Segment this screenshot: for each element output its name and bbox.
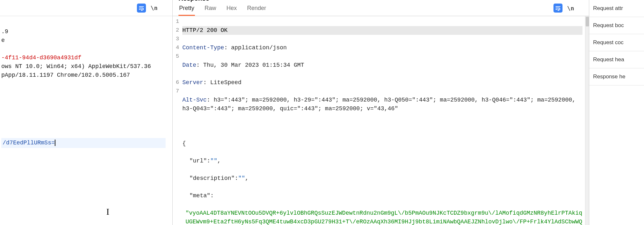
tab-render[interactable]: Render — [246, 2, 267, 16]
menu-icon[interactable] — [162, 5, 168, 11]
wrap-lines-icon[interactable] — [553, 4, 562, 13]
line-gutter: 1234567 — [173, 16, 180, 225]
wrap-lines-icon[interactable] — [137, 4, 146, 13]
inspector-sidebar: Request attr Request boc Request coc Req… — [589, 0, 644, 225]
blank-line — [182, 122, 582, 131]
json-kv: "description":"", — [182, 174, 582, 183]
json-open-brace: { — [182, 139, 582, 148]
request-input-line[interactable]: /d7EedPllURmSs= — [1, 138, 166, 148]
response-toolbar: \n — [553, 4, 585, 16]
text-cursor-icon: I — [106, 205, 109, 219]
sidebar-item-response-headers[interactable]: Response he — [589, 68, 644, 85]
response-tabs: Pretty Raw Hex Render — [177, 2, 267, 16]
json-kv: "url":"", — [182, 157, 582, 165]
show-newlines-icon[interactable]: \n — [150, 5, 158, 11]
user-agent-line: ows NT 10.0; Win64; x64) AppleWebKit/537… — [1, 63, 151, 70]
request-toolbar: \n — [0, 0, 172, 16]
request-uuid: -4f11-94d4-d3690a4931df — [1, 54, 81, 61]
header-line: Server: LiteSpeed — [182, 78, 582, 87]
tab-hex[interactable]: Hex — [226, 2, 237, 16]
json-kv: "meta": — [182, 191, 582, 200]
vertical-scrollbar[interactable] — [585, 16, 589, 225]
request-panel: \n .9 e -4f11-94d4-d3690a4931df ows NT 1… — [0, 0, 173, 225]
request-code-area[interactable]: .9 e -4f11-94d4-d3690a4931df ows NT 10.0… — [0, 16, 172, 225]
menu-icon[interactable] — [579, 5, 585, 11]
scroll-thumb[interactable] — [586, 17, 589, 26]
header-line: Alt-Svc: h3=":443"; ma=2592000, h3-29=":… — [182, 96, 582, 113]
show-newlines-icon[interactable]: \n — [567, 5, 574, 12]
header-line: Content-Type: application/json — [182, 44, 582, 52]
user-agent-line: pApp/18.11.1197 Chrome/102.0.5005.167 — [1, 72, 130, 78]
response-panel: Response Pretty Raw Hex Render — [173, 0, 589, 225]
json-meta-value: "vyoAAL4DT8aYNEVNtOOu5DVQR+6ylvlOBhGRQsS… — [182, 209, 582, 225]
sidebar-item-request-body[interactable]: Request boc — [589, 17, 644, 34]
sidebar-item-request-cookies[interactable]: Request coc — [589, 34, 644, 51]
sidebar-item-request-attributes[interactable]: Request attr — [589, 0, 644, 17]
header-line: Date: Thu, 30 Mar 2023 01:15:34 GMT — [182, 61, 582, 70]
request-line: .9 — [1, 28, 8, 35]
response-code-area[interactable]: HTTP/2 200 OK Content-Type: application/… — [180, 16, 585, 225]
tab-pretty[interactable]: Pretty — [178, 2, 195, 16]
response-title: Response — [177, 0, 267, 2]
sidebar-item-request-headers[interactable]: Request hea — [589, 51, 644, 68]
request-line: e — [1, 37, 5, 44]
status-line: HTTP/2 200 OK — [182, 26, 582, 35]
tab-raw[interactable]: Raw — [204, 2, 217, 16]
